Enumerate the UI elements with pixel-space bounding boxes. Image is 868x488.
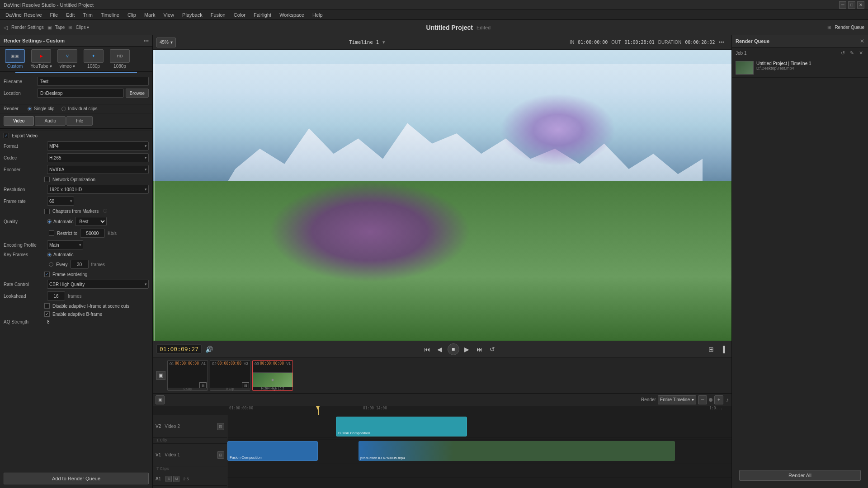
quality-auto-radio[interactable] (47, 219, 52, 224)
menu-mark[interactable]: Mark (141, 11, 159, 19)
framerate-select[interactable]: 60 (47, 197, 74, 206)
timeline-toolbar: ▣ Render Entire Timeline ▾ ─ + ♪ (153, 394, 731, 406)
play-pause-button[interactable]: ■ (448, 343, 459, 355)
add-to-queue-button[interactable]: Add to Render Queue (4, 473, 149, 484)
v2-icon-btn[interactable]: ⊟ (217, 423, 224, 430)
fullscreen-btn[interactable]: ⊞ (706, 344, 716, 354)
frame-reordering-checkbox[interactable] (44, 272, 50, 277)
rate-control-wrapper: CBR High Quality (47, 280, 149, 289)
export-video-checkbox[interactable] (4, 133, 9, 138)
menu-view[interactable]: View (160, 11, 178, 19)
individual-clips-radio[interactable] (61, 107, 66, 111)
menu-workspace[interactable]: Workspace (276, 11, 308, 19)
clip-viewer-icon[interactable]: ▣ (156, 371, 165, 380)
queue-icons: ↺ ✎ ✕ (839, 49, 864, 56)
render-all-button[interactable]: Render All (739, 470, 861, 481)
render-queue-btn[interactable]: Render Queue (835, 25, 864, 30)
fusion-comp-v1[interactable]: Fusion Composition (227, 441, 318, 461)
menu-timeline[interactable]: Timeline (97, 11, 123, 19)
quality-label: Quality (4, 219, 44, 224)
single-clip-radio[interactable] (28, 107, 32, 111)
format-select[interactable]: MP4 (47, 141, 149, 150)
a1-track-header: A1 S M 2.5 (153, 472, 227, 486)
kf-auto-radio[interactable] (47, 253, 52, 257)
menu-help[interactable]: Help (309, 11, 326, 19)
browse-button[interactable]: Browse (126, 89, 149, 98)
menu-davinci[interactable]: DaVinci Resolve (2, 11, 46, 19)
menu-color[interactable]: Color (230, 11, 249, 19)
individual-clips-option[interactable]: Individual clips (61, 106, 97, 111)
step-back-button[interactable]: ◀ (435, 344, 445, 354)
lookahead-input[interactable] (47, 291, 65, 300)
close-queue-btn[interactable]: ✕ (860, 38, 864, 44)
resolution-row: Resolution 868 x 488 HD (0, 183, 152, 195)
clips-icon: ⊞ (68, 25, 72, 30)
location-input[interactable] (37, 89, 124, 98)
panel-options-btn[interactable]: ••• (143, 38, 149, 43)
kf-every-input[interactable] (71, 260, 89, 269)
timeline-ruler: 01:00:00:00 01:00:14:00 1:0... (153, 406, 731, 415)
preset-youtube[interactable]: ▶ YouTube ▾ (30, 49, 52, 69)
goto-start-button[interactable]: ⏮ (422, 344, 432, 354)
range-plus-btn[interactable]: + (714, 395, 723, 404)
step-forward-button[interactable]: ⏭ (475, 344, 485, 354)
audio-icon[interactable]: 🔊 (205, 346, 213, 353)
job-delete-btn[interactable]: ✕ (857, 49, 864, 56)
back-icon[interactable]: ◁ (4, 24, 8, 31)
file-tab[interactable]: File (66, 116, 93, 126)
menu-trim[interactable]: Trim (79, 11, 96, 19)
kf-every-radio[interactable] (49, 262, 53, 267)
preset-custom[interactable]: ▣▣ Custom (4, 49, 26, 69)
video-tab[interactable]: Video (4, 116, 34, 126)
restrict-checkbox[interactable] (49, 230, 54, 236)
network-opt-checkbox[interactable] (44, 177, 50, 182)
codec-select[interactable]: H.265 (47, 153, 149, 162)
preset-twitter[interactable]: ✦ 1080p (82, 49, 105, 69)
menu-file[interactable]: File (47, 11, 62, 19)
filename-label: Filename (4, 79, 35, 84)
menu-fairlight[interactable]: Fairlight (250, 11, 275, 19)
chapters-checkbox[interactable] (44, 209, 50, 214)
encoder-select[interactable]: NVIDIA (47, 165, 149, 174)
audio-timeline-icon[interactable]: ♪ (726, 397, 729, 403)
enable-adaptive-checkbox[interactable] (44, 311, 50, 317)
menu-playback[interactable]: Playback (179, 11, 206, 19)
preset-vimeo[interactable]: V vimeo ▾ (56, 49, 79, 69)
menu-fusion[interactable]: Fusion (207, 11, 229, 19)
close-button[interactable]: ✕ (857, 1, 864, 9)
maximize-button[interactable]: □ (848, 1, 855, 9)
job-refresh-btn[interactable]: ↺ (839, 49, 846, 56)
render-range-dropdown: ▾ (692, 397, 694, 402)
filename-input[interactable] (37, 77, 149, 86)
play-forward-button[interactable]: ▶ (462, 344, 472, 354)
disable-adaptive-checkbox[interactable] (44, 303, 50, 309)
render-range-select[interactable]: Entire Timeline ▾ (658, 395, 696, 404)
timeline-clip-icon[interactable]: ▣ (156, 395, 165, 404)
tape-label: Tape (55, 25, 65, 30)
encoding-profile-select[interactable]: Main (47, 240, 83, 249)
a1-s-btn[interactable]: S (165, 476, 172, 482)
production-clip[interactable]: production ID 4763035.mp4 (359, 441, 675, 461)
preview-toolbar: 45% ▾ Timeline 1 ▾ IN 01:00:00:00 OUT 01… (153, 35, 731, 50)
loop-button[interactable]: ↺ (487, 344, 497, 354)
fusion-comp-v2[interactable]: Fusion Composition (336, 417, 467, 436)
resolution-select[interactable]: 868 x 488 HD (47, 185, 149, 194)
a1-m-btn[interactable]: M (173, 476, 179, 482)
audio-tab[interactable]: Audio (35, 116, 66, 126)
minimize-button[interactable]: ─ (839, 1, 846, 9)
single-clip-option[interactable]: Single clip (28, 106, 55, 111)
end-btn[interactable]: ▐ (718, 344, 728, 354)
v1-icon-btn[interactable]: ⊟ (217, 451, 224, 459)
menu-edit[interactable]: Edit (62, 11, 78, 19)
preview-more-btn[interactable]: ••• (718, 39, 724, 46)
quality-options: Automatic Best (47, 217, 107, 226)
quality-value-select[interactable]: Best (75, 217, 107, 226)
timeline-dropdown[interactable]: ▾ (382, 39, 385, 45)
menu-clip[interactable]: Clip (124, 11, 140, 19)
restrict-kbps[interactable] (80, 229, 105, 238)
range-minus-btn[interactable]: ─ (698, 395, 707, 404)
zoom-select[interactable]: 45% ▾ (156, 38, 176, 47)
preset-1080p[interactable]: HD 1080p (108, 49, 131, 69)
job-edit-btn[interactable]: ✎ (848, 49, 855, 56)
rate-control-select[interactable]: CBR High Quality (47, 280, 149, 289)
